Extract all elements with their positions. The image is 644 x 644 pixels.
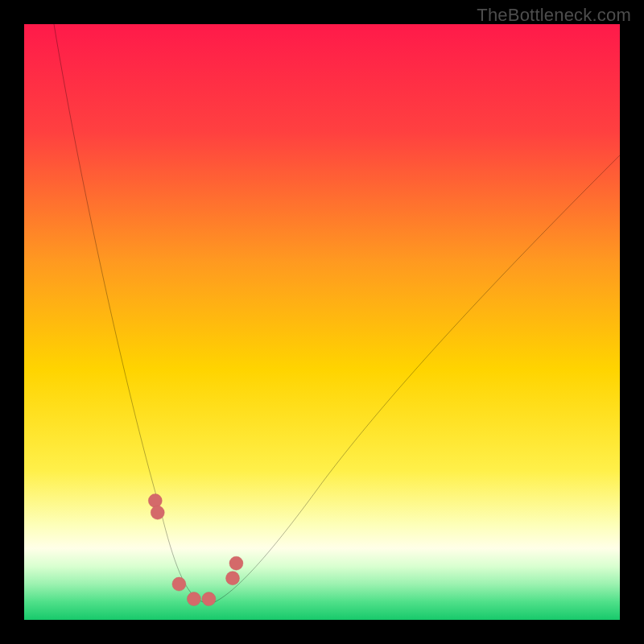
list-item: [202, 592, 216, 606]
list-item: [151, 506, 164, 519]
plot-area: [24, 24, 620, 620]
curve-path: [54, 24, 620, 602]
list-item: [187, 592, 200, 606]
watermark-text: TheBottleneck.com: [477, 5, 631, 26]
list-item: [172, 577, 186, 591]
list-item: [148, 493, 162, 507]
chart-frame: TheBottleneck.com: [0, 0, 644, 644]
list-item: [229, 556, 243, 570]
bottleneck-curve: [24, 24, 620, 620]
list-item: [225, 572, 239, 585]
curve-markers: [148, 493, 243, 605]
